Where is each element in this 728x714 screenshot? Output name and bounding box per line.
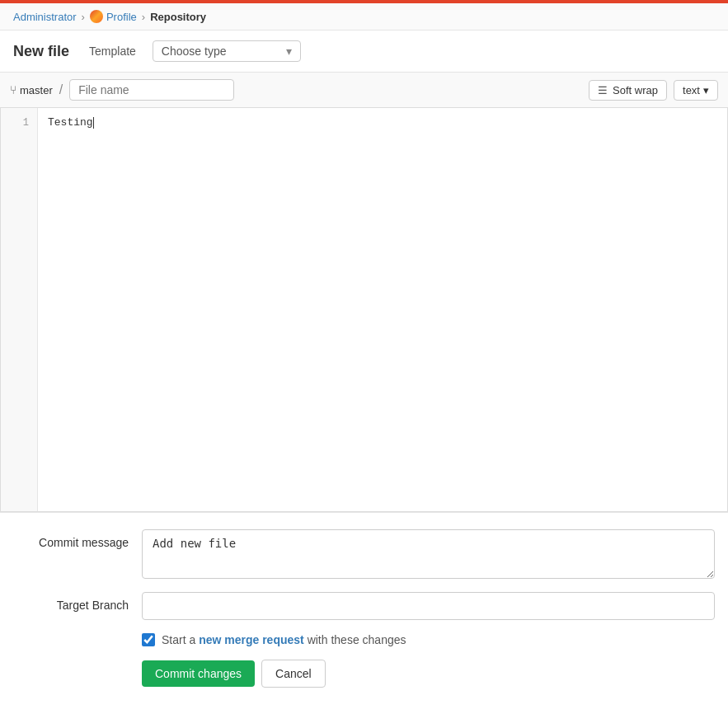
breadcrumb-profile[interactable]: Profile xyxy=(106,11,137,23)
code-editor[interactable]: 1 Testing xyxy=(0,108,728,512)
profile-icon xyxy=(90,10,103,23)
cancel-button[interactable]: Cancel xyxy=(261,660,326,688)
breadcrumb-sep-2: › xyxy=(142,11,145,23)
merge-request-label: Start a new merge request with these cha… xyxy=(162,633,406,646)
text-cursor xyxy=(93,117,94,129)
text-type-value: text xyxy=(683,84,700,96)
target-branch-label: Target Branch xyxy=(13,592,129,612)
code-area[interactable]: Testing xyxy=(38,108,727,511)
branch-selector[interactable]: ⑂ master xyxy=(10,83,53,96)
action-buttons: Commit changes Cancel xyxy=(142,660,715,688)
path-separator: / xyxy=(59,82,63,97)
breadcrumb-sep-1: › xyxy=(82,11,85,23)
toolbar-right: ☰ Soft wrap text ▾ xyxy=(589,80,718,101)
template-type-select[interactable]: Choose type ▾ xyxy=(153,40,301,62)
page-title: New file xyxy=(13,43,69,60)
file-name-input[interactable] xyxy=(69,79,234,101)
commit-message-label: Commit message xyxy=(13,529,129,549)
merge-prefix: Start a xyxy=(162,633,195,646)
code-text-1: Testing xyxy=(48,116,93,129)
commit-message-row: Commit message Add new file xyxy=(13,529,715,579)
page-header: New file Template Choose type ▾ xyxy=(0,31,728,73)
wrap-icon: ☰ xyxy=(598,84,608,96)
commit-message-input[interactable]: Add new file xyxy=(142,529,715,579)
merge-request-row: Start a new merge request with these cha… xyxy=(142,633,715,646)
merge-suffix: with these changes xyxy=(308,633,406,646)
code-line-1: Testing xyxy=(48,115,717,131)
template-label: Template xyxy=(89,45,136,58)
breadcrumb: Administrator › Profile › Repository xyxy=(0,3,728,31)
editor-toolbar: ⑂ master / ☰ Soft wrap text ▾ xyxy=(0,73,728,108)
commit-section: Commit message Add new file Target Branc… xyxy=(0,512,728,704)
line-numbers: 1 xyxy=(1,108,38,511)
breadcrumb-repository: Repository xyxy=(150,11,206,23)
breadcrumb-admin[interactable]: Administrator xyxy=(13,11,77,23)
template-select-value: Choose type xyxy=(162,45,227,58)
commit-button[interactable]: Commit changes xyxy=(142,660,255,687)
merge-request-checkbox[interactable] xyxy=(142,633,155,646)
line-number-1: 1 xyxy=(1,115,37,131)
merge-request-link[interactable]: new merge request xyxy=(199,633,304,646)
chevron-down-icon: ▾ xyxy=(286,45,292,58)
soft-wrap-button[interactable]: ☰ Soft wrap xyxy=(589,80,667,101)
target-branch-input[interactable]: patch-3 xyxy=(142,592,715,620)
chevron-down-icon-text: ▾ xyxy=(703,84,709,96)
text-type-select[interactable]: text ▾ xyxy=(674,80,718,101)
soft-wrap-label: Soft wrap xyxy=(613,84,658,96)
target-branch-row: Target Branch patch-3 xyxy=(13,592,715,620)
branch-icon: ⑂ xyxy=(10,83,16,96)
branch-name: master xyxy=(20,84,53,96)
